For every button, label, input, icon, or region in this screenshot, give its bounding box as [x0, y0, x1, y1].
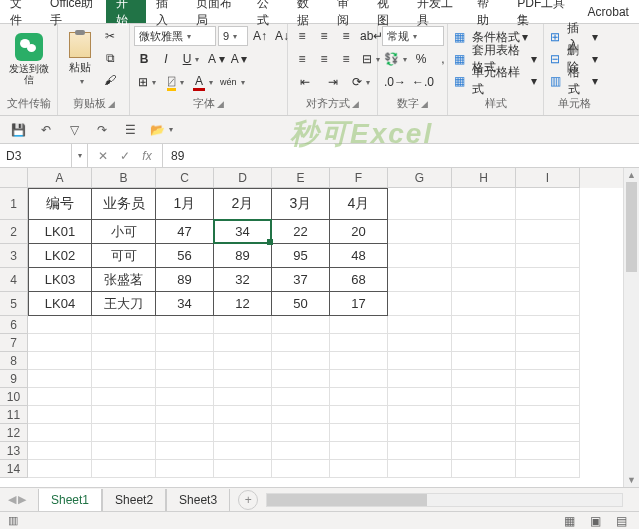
cell[interactable]: 12: [214, 292, 272, 316]
cell[interactable]: [388, 442, 452, 460]
cell[interactable]: 89: [156, 268, 214, 292]
row-header-10[interactable]: 10: [0, 388, 28, 406]
cell[interactable]: [388, 424, 452, 442]
view-break-button[interactable]: ▤: [611, 511, 631, 530]
cell[interactable]: [28, 460, 92, 478]
clipboard-dialog-launcher[interactable]: ◢: [108, 99, 115, 109]
scroll-down-button[interactable]: ▼: [624, 473, 639, 487]
cell[interactable]: [388, 188, 452, 220]
cell[interactable]: [330, 388, 388, 406]
cell[interactable]: [516, 442, 580, 460]
menu-home[interactable]: 开始: [106, 0, 146, 23]
cell[interactable]: [330, 334, 388, 352]
cell[interactable]: 68: [330, 268, 388, 292]
menu-office-assistant[interactable]: Office助手: [40, 0, 106, 23]
cell[interactable]: [156, 388, 214, 406]
align-middle-button[interactable]: ≡: [314, 26, 334, 46]
cell[interactable]: [156, 424, 214, 442]
cell[interactable]: [516, 334, 580, 352]
cell[interactable]: [452, 316, 516, 334]
cell[interactable]: [330, 406, 388, 424]
cell[interactable]: [214, 334, 272, 352]
cell[interactable]: [156, 460, 214, 478]
cell[interactable]: [28, 388, 92, 406]
cell[interactable]: [92, 370, 156, 388]
row-header-6[interactable]: 6: [0, 316, 28, 334]
cell[interactable]: [388, 292, 452, 316]
cell[interactable]: [156, 370, 214, 388]
cell[interactable]: [92, 442, 156, 460]
more-font-button[interactable]: A ▾: [206, 49, 227, 69]
cell[interactable]: [330, 424, 388, 442]
cell[interactable]: 48: [330, 244, 388, 268]
cell[interactable]: [28, 370, 92, 388]
cell[interactable]: [92, 388, 156, 406]
font-size-select[interactable]: 9▾: [218, 26, 248, 46]
row-header-2[interactable]: 2: [0, 220, 28, 244]
cell[interactable]: [272, 406, 330, 424]
cell[interactable]: [92, 406, 156, 424]
cell[interactable]: 34: [214, 220, 272, 244]
cell[interactable]: [156, 442, 214, 460]
row-header-4[interactable]: 4: [0, 268, 28, 292]
cell[interactable]: [272, 460, 330, 478]
cell[interactable]: 22: [272, 220, 330, 244]
name-box[interactable]: D3: [0, 144, 72, 167]
cell[interactable]: [156, 352, 214, 370]
col-header-E[interactable]: E: [272, 168, 330, 188]
cell[interactable]: [388, 268, 452, 292]
cell[interactable]: [28, 352, 92, 370]
cell[interactable]: [452, 292, 516, 316]
cell[interactable]: [330, 460, 388, 478]
cell[interactable]: [28, 334, 92, 352]
sheet-tab-3[interactable]: Sheet3: [166, 489, 230, 513]
horizontal-scrollbar[interactable]: [266, 493, 623, 507]
cell[interactable]: [214, 352, 272, 370]
cell[interactable]: [92, 424, 156, 442]
cell[interactable]: 32: [214, 268, 272, 292]
cell[interactable]: [214, 388, 272, 406]
cell[interactable]: [214, 370, 272, 388]
cell[interactable]: 34: [156, 292, 214, 316]
cell[interactable]: [92, 352, 156, 370]
cell[interactable]: [272, 316, 330, 334]
increase-font-button[interactable]: A↑: [250, 26, 270, 46]
formula-cancel-button[interactable]: ✕: [94, 149, 112, 163]
cell[interactable]: [516, 220, 580, 244]
align-left-button[interactable]: ≡: [292, 49, 312, 69]
font-name-select[interactable]: 微软雅黑▾: [134, 26, 216, 46]
col-header-I[interactable]: I: [516, 168, 580, 188]
cell[interactable]: 3月: [272, 188, 330, 220]
cell[interactable]: [452, 268, 516, 292]
cell[interactable]: 张盛茗: [92, 268, 156, 292]
cell[interactable]: 20: [330, 220, 388, 244]
cell[interactable]: [388, 352, 452, 370]
cell[interactable]: [388, 334, 452, 352]
currency-button[interactable]: 💱▾: [382, 49, 409, 69]
sheet-nav-prev[interactable]: ◀: [8, 493, 16, 506]
cell[interactable]: [272, 424, 330, 442]
formula-input[interactable]: 89: [163, 144, 639, 167]
cell[interactable]: 业务员: [92, 188, 156, 220]
col-header-D[interactable]: D: [214, 168, 272, 188]
cell[interactable]: [388, 316, 452, 334]
italic-button[interactable]: I: [156, 49, 176, 69]
cell[interactable]: [28, 424, 92, 442]
cell[interactable]: 4月: [330, 188, 388, 220]
increase-decimal-button[interactable]: .0→: [382, 72, 408, 92]
cell[interactable]: [452, 388, 516, 406]
cell[interactable]: [388, 220, 452, 244]
cell[interactable]: [452, 188, 516, 220]
menu-developer[interactable]: 开发工具: [407, 0, 467, 23]
cell[interactable]: [516, 424, 580, 442]
cell[interactable]: [214, 424, 272, 442]
cell[interactable]: [214, 460, 272, 478]
cell[interactable]: [272, 442, 330, 460]
cell[interactable]: [452, 244, 516, 268]
bold-button[interactable]: B: [134, 49, 154, 69]
cell[interactable]: 95: [272, 244, 330, 268]
more-font2-button[interactable]: A ▾: [229, 49, 250, 69]
cell[interactable]: [272, 370, 330, 388]
formula-enter-button[interactable]: ✓: [116, 149, 134, 163]
cell[interactable]: [28, 442, 92, 460]
